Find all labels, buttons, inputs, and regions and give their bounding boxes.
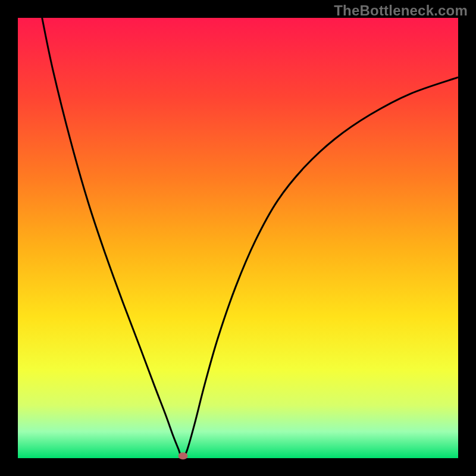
plot-background — [18, 18, 458, 458]
bottleneck-chart — [0, 0, 476, 476]
chart-frame: { "watermark": "TheBottleneck.com", "cha… — [0, 0, 476, 476]
optimum-marker — [178, 452, 188, 459]
watermark-text: TheBottleneck.com — [334, 2, 468, 19]
